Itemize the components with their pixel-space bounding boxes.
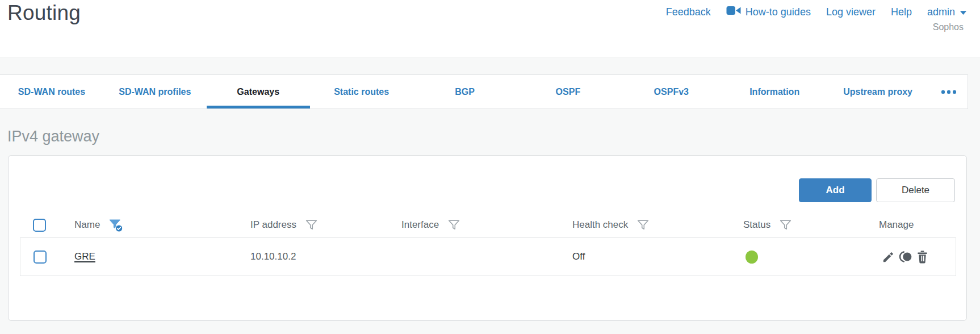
- tab-ospf[interactable]: OSPF: [516, 75, 619, 108]
- top-right-nav: Feedback How-to guides Log viewer Help a…: [666, 0, 967, 57]
- table-header-row: Name IP address: [20, 212, 956, 237]
- filter-icon[interactable]: [778, 218, 793, 232]
- filter-icon-active[interactable]: [108, 218, 123, 233]
- select-all-checkbox[interactable]: [33, 219, 46, 232]
- tab-sdwan-profiles[interactable]: SD-WAN profiles: [103, 75, 207, 108]
- top-links: Feedback How-to guides Log viewer Help a…: [666, 6, 967, 18]
- edit-pencil-icon[interactable]: [882, 250, 895, 264]
- top-header: Routing Feedback How-to guides Log viewe…: [0, 0, 980, 57]
- tab-bar: SD-WAN routes SD-WAN profiles Gateways S…: [0, 74, 968, 109]
- filter-icon[interactable]: [447, 218, 461, 232]
- column-health-check: Health check: [572, 218, 743, 232]
- brand-label: Sophos: [933, 22, 964, 32]
- column-name: Name: [74, 218, 250, 233]
- tab-gateways[interactable]: Gateways: [207, 75, 310, 108]
- toolbar: Add Delete: [20, 178, 955, 202]
- tab-upstream-proxy[interactable]: Upstream proxy: [826, 75, 929, 108]
- gateway-card: Add Delete Name: [8, 155, 967, 321]
- filter-icon[interactable]: [636, 218, 650, 232]
- feedback-link[interactable]: Feedback: [666, 6, 711, 18]
- tab-static-routes[interactable]: Static routes: [310, 75, 413, 108]
- clone-icon[interactable]: [899, 250, 912, 263]
- ellipsis-icon: [941, 90, 945, 94]
- tab-information[interactable]: Information: [723, 75, 826, 108]
- gateway-name-link[interactable]: GRE: [74, 251, 95, 262]
- admin-menu[interactable]: admin: [927, 6, 967, 18]
- status-indicator-green: [746, 250, 758, 264]
- how-to-guides-link[interactable]: How-to guides: [726, 6, 811, 18]
- routing-page: Routing Feedback How-to guides Log viewe…: [0, 0, 980, 334]
- section-heading: IPv4 gateway: [7, 128, 980, 145]
- health-check-value: Off: [572, 251, 743, 262]
- delete-trash-icon[interactable]: [916, 250, 928, 264]
- tab-ospfv3[interactable]: OSPFv3: [619, 75, 723, 108]
- tab-sdwan-routes[interactable]: SD-WAN routes: [0, 75, 103, 108]
- ip-address-value: 10.10.10.2: [250, 251, 401, 262]
- delete-button[interactable]: Delete: [876, 178, 955, 202]
- table-row: GRE 10.10.10.2 Off: [20, 238, 956, 275]
- column-status: Status: [743, 218, 879, 232]
- add-button[interactable]: Add: [799, 178, 872, 202]
- filter-icon[interactable]: [304, 218, 319, 232]
- table-body: GRE 10.10.10.2 Off: [20, 237, 956, 276]
- content-area: SD-WAN routes SD-WAN profiles Gateways S…: [0, 57, 980, 334]
- video-camera-icon: [726, 6, 741, 18]
- log-viewer-link[interactable]: Log viewer: [826, 6, 876, 18]
- more-tabs-button[interactable]: [929, 75, 968, 108]
- help-link[interactable]: Help: [891, 6, 912, 18]
- column-ip-address: IP address: [250, 218, 401, 232]
- manage-actions: [879, 250, 956, 264]
- gateway-table: Name IP address: [20, 212, 956, 276]
- tab-bgp[interactable]: BGP: [413, 75, 517, 108]
- caret-down-icon: [960, 6, 967, 18]
- column-manage: Manage: [879, 219, 956, 231]
- page-title: Routing: [7, 1, 81, 57]
- column-interface: Interface: [401, 218, 572, 232]
- row-checkbox[interactable]: [33, 250, 47, 264]
